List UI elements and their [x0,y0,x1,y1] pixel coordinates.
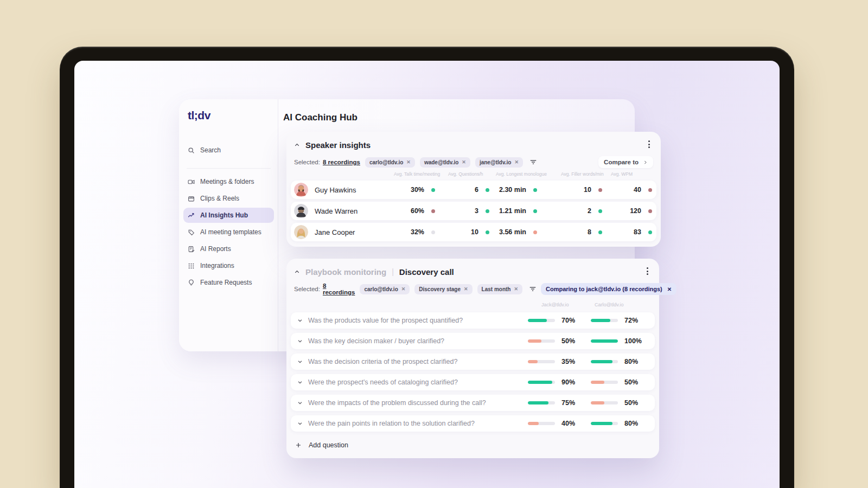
speaker-name: Wade Warren [312,207,394,215]
metric-monologue: 3.56 min [496,228,561,236]
collapse-chevron-up-icon[interactable] [294,142,300,148]
progress-bar-carlo: 50% [591,378,647,386]
filter-chip-carlo[interactable]: carlo@tldv.io ✕ [360,284,410,294]
status-dot [486,209,489,213]
selected-label: Selected: [294,286,320,292]
filter-chip-discovery-stage[interactable]: Discovery stage ✕ [414,284,472,294]
filter-chip-last-month[interactable]: Last month ✕ [477,284,522,294]
playbook-panel-title: Playbook monitoring [305,267,386,277]
avatar [294,204,308,218]
progress-bar-carlo: 100% [591,337,647,345]
status-dot [598,209,602,213]
table-row[interactable]: Jane Cooper 32% 10 3.56 min 8 83 [291,223,656,241]
list-item[interactable]: Were the pain points in relation to the … [291,415,655,432]
chip-label: carlo@tldv.io [369,159,403,165]
status-dot [648,230,652,234]
playbook-monitoring-panel: Playbook monitoring | Discovery call Sel… [286,259,659,458]
playbook-panel-subtitle: Discovery call [399,267,454,277]
chip-close-icon[interactable]: ✕ [514,159,519,165]
kebab-menu-icon[interactable] [644,140,653,149]
chip-close-icon[interactable]: ✕ [667,286,672,292]
add-question-button[interactable]: Add question [291,438,655,453]
sidebar-item-ai-insights-hub[interactable]: AI Insights Hub [183,208,274,223]
list-item[interactable]: Were the prospect's needs of cataloging … [291,374,655,390]
sidebar-item-label: AI Insights Hub [200,211,248,219]
metric-questions: 6 [448,186,496,194]
chevron-down-icon[interactable] [297,318,303,323]
compare-column-jack: Jack@tldv.io [541,302,569,307]
speaker-name: Guy Hawkins [312,186,394,194]
list-item[interactable]: Was the products value for the prospect … [291,312,655,329]
chevron-down-icon[interactable] [297,400,303,406]
chip-close-icon[interactable]: ✕ [401,286,406,292]
compare-to-button[interactable]: Compare to [598,156,653,168]
search-input[interactable]: Search [183,143,274,158]
recordings-count-link[interactable]: 8 recordings [323,159,360,165]
sidebar-item-integrations[interactable]: Integrations [183,258,274,273]
chip-close-icon[interactable]: ✕ [462,159,466,165]
chip-label: Discovery stage [419,286,461,292]
plus-icon [295,442,302,448]
question-text: Were the pain points in relation to the … [308,420,528,427]
chip-close-icon[interactable]: ✕ [464,286,468,292]
chip-close-icon[interactable]: ✕ [514,286,518,292]
chevron-down-icon[interactable] [297,380,303,385]
status-dot [598,188,602,192]
sidebar-item-ai-reports[interactable]: AI Reports [183,241,274,256]
list-item[interactable]: Was the decision criteria of the prospec… [291,354,655,370]
list-item[interactable]: Was the key decision maker / buyer clari… [291,333,655,349]
chevron-down-icon[interactable] [297,359,303,364]
progress-bar-jack: 50% [528,337,584,345]
table-row[interactable]: Wade Warren 60% 3 1.21 min 2 120 [291,202,656,220]
progress-bar-carlo: 72% [591,317,647,324]
progress-bar-carlo: 50% [591,399,647,407]
metric-questions: 10 [448,228,496,236]
filter-chip-wade[interactable]: wade@tldv.io ✕ [420,157,470,168]
sidebar-item-label: AI Reports [200,245,231,253]
filter-lines-icon[interactable] [530,159,537,165]
chip-label: wade@tldv.io [424,159,458,165]
sidebar-item-label: Feature Requests [200,279,252,286]
grid-dots-icon [188,262,195,269]
kebab-menu-icon[interactable] [643,267,652,275]
status-dot [486,230,489,234]
recordings-count-link[interactable]: 8 recordings [323,282,355,296]
filter-lines-icon[interactable] [529,286,536,292]
selected-label: Selected: [294,159,320,165]
status-dot [533,230,537,234]
playbook-panel-header: Playbook monitoring | Discovery call [294,266,652,277]
chip-close-icon[interactable]: ✕ [406,159,411,165]
question-text: Was the decision criteria of the prospec… [308,358,528,365]
laptop-frame: tl;dv Search Meetings & folders Clips & … [60,47,794,488]
sidebar-item-feature-requests[interactable]: Feature Requests [183,275,274,290]
desktop-background: { "app": { "logo": "tl;dv", "page_title"… [0,0,868,488]
page-title: AI Coaching Hub [283,112,358,123]
collapse-chevron-up-icon[interactable] [294,269,300,275]
chevron-down-icon[interactable] [297,421,303,426]
sidebar-item-clips-reels[interactable]: Clips & Reels [183,191,274,206]
filter-chip-jane[interactable]: jane@tldv.io ✕ [475,157,523,168]
list-item[interactable]: Were the impacts of the problem discusse… [291,395,655,411]
column-header: Avg. Talk time/meeting [394,171,448,177]
sidebar-divider [187,168,271,169]
sidebar-item-meetings-folders[interactable]: Meetings & folders [183,174,274,189]
speaker-name: Jane Cooper [312,228,394,236]
table-row[interactable]: Guy Hawkins 30% 6 2.30 min 10 40 [291,181,656,199]
status-dot [648,188,652,192]
progress-bar-jack: 40% [528,420,584,427]
question-text: Was the products value for the prospect … [308,317,528,324]
speaker-panel-header: Speaker insights [294,139,653,150]
status-dot [533,209,537,213]
video-camera-icon [188,178,195,185]
question-text: Were the prospect's needs of cataloging … [308,378,528,386]
progress-bar-jack: 35% [528,358,584,365]
column-header: Avg. Questions/h [448,171,496,177]
sidebar-item-ai-meeting-templates[interactable]: AI meeting templates [183,224,274,240]
playbook-filter-row: Selected: 8 recordings carlo@tldv.io ✕ D… [294,284,652,294]
progress-bar-jack: 90% [528,378,584,386]
chevron-down-icon[interactable] [297,338,303,344]
add-question-label: Add question [309,441,348,449]
column-header: Avg. WPM [611,171,656,177]
filter-chip-carlo[interactable]: carlo@tldv.io ✕ [365,157,415,168]
comparing-to-chip[interactable]: Comparing to jack@tldv.io (8 recordings)… [541,283,676,295]
